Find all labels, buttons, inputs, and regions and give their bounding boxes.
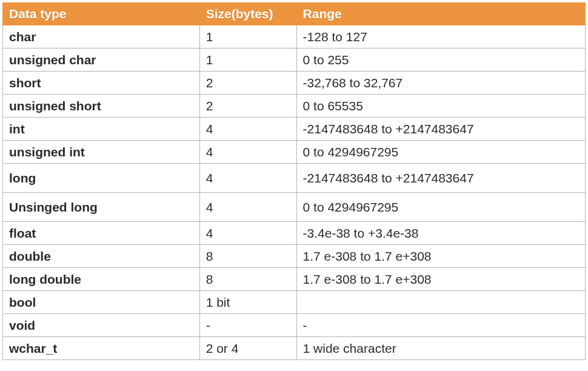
cell-size: - — [199, 314, 296, 337]
cell-size: 2 — [199, 95, 296, 118]
page-container: Data type Size(bytes) Range char 1 -128 … — [0, 0, 588, 371]
cell-range — [296, 291, 585, 314]
cell-type: unsigned char — [3, 48, 200, 72]
cell-range: 1.7 e-308 to 1.7 e+308 — [296, 245, 585, 268]
cell-range: 0 to 4294967295 — [296, 193, 585, 222]
cell-size: 2 — [199, 72, 296, 95]
cell-type: bool — [3, 291, 200, 314]
cell-type: short — [3, 72, 200, 95]
cell-range: 0 to 4294967295 — [296, 141, 585, 164]
cell-size: 4 — [199, 118, 296, 141]
table-row: float 4 -3.4e-38 to +3.4e-38 — [3, 222, 586, 245]
cell-type: double — [3, 245, 200, 268]
table-row: void - - — [3, 314, 586, 337]
cell-type: long — [3, 164, 200, 193]
header-row: Data type Size(bytes) Range — [3, 3, 586, 25]
table-row: Unsinged long 4 0 to 4294967295 — [3, 193, 586, 222]
table-row: long double 8 1.7 e-308 to 1.7 e+308 — [3, 268, 586, 291]
cell-range: -128 to 127 — [296, 25, 585, 48]
cell-range: 1 wide character — [296, 337, 585, 360]
cell-size: 8 — [199, 268, 296, 291]
table-row: unsigned char 1 0 to 255 — [3, 48, 586, 72]
cell-type: void — [3, 314, 200, 337]
cell-range: 1.7 e-308 to 1.7 e+308 — [296, 268, 585, 291]
table-row: unsigned short 2 0 to 65535 — [3, 95, 586, 118]
cell-range: -2147483648 to +2147483647 — [296, 118, 585, 141]
header-size-bytes: Size(bytes) — [199, 3, 296, 25]
table-row: bool 1 bit — [3, 291, 586, 314]
table-row: long 4 -2147483648 to +2147483647 — [3, 164, 586, 193]
header-range: Range — [296, 3, 585, 25]
table-row: char 1 -128 to 127 — [3, 25, 586, 48]
cell-type: float — [3, 222, 200, 245]
cell-type: char — [3, 25, 200, 48]
cell-size: 4 — [199, 193, 296, 222]
table-row: unsigned int 4 0 to 4294967295 — [3, 141, 586, 164]
cell-type: unsigned int — [3, 141, 200, 164]
table-header: Data type Size(bytes) Range — [3, 3, 586, 25]
cell-size: 8 — [199, 245, 296, 268]
cell-range: -32,768 to 32,767 — [296, 72, 585, 95]
cell-range: 0 to 255 — [296, 48, 585, 72]
cell-type: Unsinged long — [3, 193, 200, 222]
header-data-type: Data type — [3, 3, 200, 25]
cell-type: wchar_t — [3, 337, 200, 360]
cell-size: 4 — [199, 164, 296, 193]
cell-range: - — [296, 314, 585, 337]
cell-size: 4 — [199, 222, 296, 245]
data-types-table: Data type Size(bytes) Range char 1 -128 … — [2, 2, 586, 360]
cell-range: 0 to 65535 — [296, 95, 585, 118]
cell-size: 1 — [199, 25, 296, 48]
cell-size: 1 — [199, 48, 296, 72]
table-body: char 1 -128 to 127 unsigned char 1 0 to … — [3, 25, 586, 360]
cell-size: 4 — [199, 141, 296, 164]
cell-range: -2147483648 to +2147483647 — [296, 164, 585, 193]
cell-size: 1 bit — [199, 291, 296, 314]
table-row: int 4 -2147483648 to +2147483647 — [3, 118, 586, 141]
cell-type: long double — [3, 268, 200, 291]
cell-size: 2 or 4 — [199, 337, 296, 360]
cell-type: unsigned short — [3, 95, 200, 118]
cell-range: -3.4e-38 to +3.4e-38 — [296, 222, 585, 245]
table-row: wchar_t 2 or 4 1 wide character — [3, 337, 586, 360]
table-row: double 8 1.7 e-308 to 1.7 e+308 — [3, 245, 586, 268]
cell-type: int — [3, 118, 200, 141]
table-row: short 2 -32,768 to 32,767 — [3, 72, 586, 95]
